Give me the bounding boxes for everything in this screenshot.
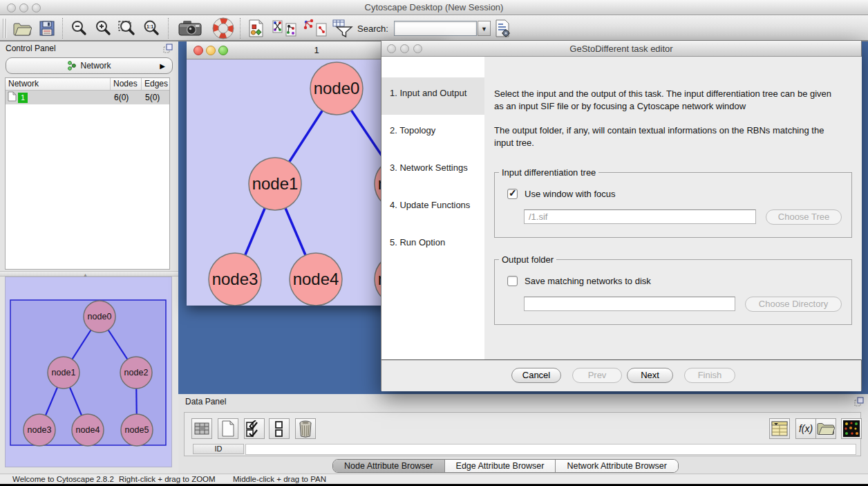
create-attribute-icon[interactable] — [218, 418, 238, 439]
snapshot-icon[interactable] — [175, 17, 205, 39]
open-session-icon[interactable] — [11, 17, 33, 39]
tab-scroll-arrow-icon[interactable]: ▶ — [160, 62, 165, 70]
graph-node-label: node5 — [125, 425, 149, 435]
control-panel-title: Control Panel — [6, 44, 56, 53]
step-input-and-output[interactable]: 1. Input and Output — [381, 77, 484, 115]
graph-node-label: node3 — [212, 270, 258, 288]
toolbar-separator — [240, 18, 240, 39]
network-name-badge: 1 — [18, 93, 28, 103]
zoom-out-icon[interactable] — [68, 17, 90, 39]
status-pan-hint: Middle-click + drag to PAN — [233, 475, 326, 483]
status-bar: Welcome to Cytoscape 2.8.2 Right-click +… — [0, 474, 868, 484]
step-topology[interactable]: 2. Topology — [381, 115, 484, 152]
tab-network[interactable]: Network ▶ — [6, 57, 173, 74]
data-panel-title: Data Panel — [185, 397, 226, 406]
graph-node-label: node0 — [88, 312, 112, 321]
toolbar-separator — [168, 18, 169, 39]
column-edges[interactable]: Edges — [142, 78, 169, 90]
tab-edge-attribute-browser[interactable]: Edge Attribute Browser — [445, 460, 556, 472]
network-nodes-count: 6(0) — [111, 93, 142, 102]
data-panel: Data Panel f(x) — [178, 394, 868, 474]
select-attributes-icon[interactable] — [244, 418, 265, 439]
search-dropdown-arrow-icon[interactable]: ▼ — [478, 21, 491, 36]
save-networks-label: Save matching networks to disk — [525, 276, 651, 286]
graph-node-label: node3 — [28, 425, 52, 435]
save-session-icon[interactable] — [36, 17, 58, 39]
dialog-titlebar[interactable]: GeStoDifferent task editor — [381, 41, 861, 57]
fx-label: f(x) — [799, 423, 813, 434]
next-button[interactable]: Next — [627, 368, 673, 383]
attribute-table-icon[interactable] — [769, 418, 790, 439]
network-list-table: Network Nodes Edges 1 6(0) 5(0) — [5, 77, 170, 270]
dialog-intro-text: Select the input and the output of this … — [494, 88, 843, 113]
status-welcome: Welcome to Cytoscape 2.8.2 — [12, 475, 114, 483]
filter-icon[interactable] — [332, 17, 354, 39]
network-overview[interactable]: node0node1node2node3node4node5 — [5, 277, 172, 467]
dialog-button-bar: Cancel Prev Next Finish — [381, 359, 861, 391]
choose-directory-button[interactable]: Choose Directory — [745, 297, 842, 312]
zoom-selected-region-icon[interactable] — [116, 17, 138, 39]
search-settings-icon[interactable] — [492, 17, 514, 39]
graph-node-label: node4 — [293, 270, 339, 288]
use-window-with-focus-checkbox[interactable] — [507, 189, 518, 199]
attribute-table-empty-row[interactable] — [245, 444, 856, 455]
heatmap-icon[interactable] — [841, 418, 862, 439]
overview-graph[interactable]: node0node1node2node3node4node5 — [6, 277, 172, 467]
attribute-browser-panel: f(x) ID — [184, 412, 861, 456]
save-networks-checkbox[interactable] — [507, 276, 518, 286]
vizmapper-icon[interactable] — [245, 17, 267, 39]
network-table-header: Network Nodes Edges — [6, 78, 169, 91]
toolbar-grip[interactable] — [6, 19, 7, 38]
network-tab-icon — [67, 61, 77, 71]
step-network-settings[interactable]: 3. Network Settings — [381, 152, 484, 189]
search-label: Search: — [357, 24, 388, 34]
output-folder-group: Output folder Save matching networks to … — [494, 259, 852, 325]
wizard-steps-sidebar: 1. Input and Output 2. Topology 3. Netwo… — [381, 57, 484, 359]
cancel-button[interactable]: Cancel — [511, 368, 561, 383]
help-lifering-icon[interactable] — [209, 17, 237, 39]
graph-node-label: node1 — [52, 368, 76, 377]
dialog-title: GeStoDifferent task editor — [381, 44, 861, 54]
zoom-actual-size-icon[interactable]: 1:1 — [140, 17, 162, 39]
import-network-icon[interactable] — [271, 17, 299, 39]
column-network[interactable]: Network — [6, 78, 111, 90]
zoom-actual-label: 1:1 — [147, 24, 153, 29]
input-tree-group-title: Input differentiation tree — [499, 167, 598, 178]
cytoscape-app: Cytoscape Desktop (New Session) 1:1 — [0, 0, 868, 486]
search-input[interactable] — [395, 21, 476, 35]
float-panel-icon[interactable] — [854, 397, 864, 406]
status-zoom-hint: Right-click + drag to ZOOM — [119, 475, 216, 483]
graph-node-label: node2 — [124, 368, 149, 377]
wizard-content: Select the input and the output of this … — [484, 57, 862, 359]
panel-split-divider[interactable]: ▲ — [0, 271, 178, 277]
float-panel-icon[interactable] — [163, 44, 173, 53]
tab-node-attribute-browser[interactable]: Node Attribute Browser — [333, 460, 445, 472]
tab-network-attribute-browser[interactable]: Network Attribute Browser — [556, 460, 678, 472]
import-attributes-icon[interactable] — [815, 418, 836, 439]
network-tab-label: Network — [80, 61, 111, 71]
table-row[interactable]: 1 6(0) 5(0) — [6, 91, 169, 104]
network-edges-count: 5(0) — [142, 93, 169, 102]
input-tree-path-field[interactable]: /1.sif — [524, 209, 756, 224]
prev-button[interactable]: Prev — [572, 368, 622, 383]
column-nodes[interactable]: Nodes — [111, 78, 142, 90]
column-visibility-icon[interactable] — [269, 418, 290, 439]
id-column-header[interactable]: ID — [193, 444, 244, 454]
output-folder-field[interactable] — [524, 297, 735, 311]
toolbar-grip[interactable] — [3, 19, 4, 38]
step-update-functions[interactable]: 4. Update Functions — [381, 189, 484, 227]
finish-button[interactable]: Finish — [684, 368, 735, 383]
dialog-output-text: The output folder, if any, will contain … — [494, 124, 843, 150]
export-network-icon[interactable] — [301, 17, 329, 39]
toolbar-separator — [62, 18, 63, 39]
choose-tree-button[interactable]: Choose Tree — [766, 209, 842, 225]
step-run-option[interactable]: 5. Run Option — [381, 227, 484, 264]
zoom-in-icon[interactable] — [92, 17, 114, 39]
input-tree-group: Input differentiation tree Use window wi… — [494, 172, 852, 238]
gestodifferent-dialog: GeStoDifferent task editor 1. Input and … — [381, 40, 862, 391]
function-builder-icon[interactable]: f(x) — [795, 418, 816, 439]
graph-node-label: node1 — [252, 174, 299, 193]
attribute-grid-icon[interactable] — [191, 418, 212, 439]
delete-attribute-icon[interactable] — [295, 418, 316, 439]
control-panel: Control Panel Network ▶ Network Nodes Ed… — [0, 41, 178, 474]
